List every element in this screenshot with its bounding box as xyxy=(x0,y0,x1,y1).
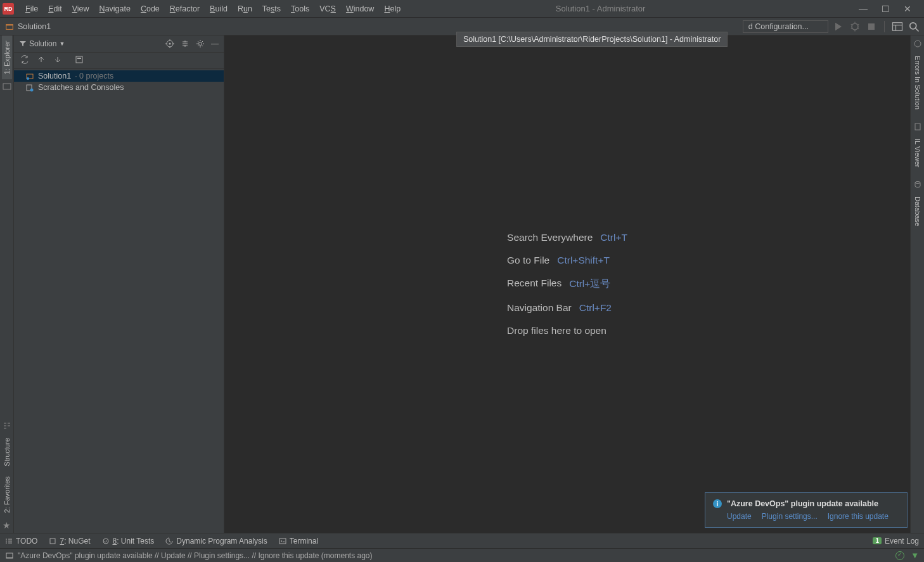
expand-icon[interactable] xyxy=(37,55,46,66)
svg-rect-16 xyxy=(915,124,920,130)
breadcrumb[interactable]: Solution1 xyxy=(0,22,51,31)
svg-point-4 xyxy=(910,22,916,29)
bottom-tab-eventlog[interactable]: 1 Event Log xyxy=(873,537,919,546)
nuget-icon xyxy=(49,537,56,545)
menu-tools[interactable]: Tools xyxy=(286,2,314,16)
right-tab-errors[interactable]: Errors In Solution xyxy=(913,51,923,115)
tree-node-scratches[interactable]: Scratches and Consoles xyxy=(14,82,224,93)
menu-refactor[interactable]: Refactor xyxy=(165,2,205,16)
hint-search-label: Search Everywhere xyxy=(507,232,593,243)
editor-area[interactable]: Search EverywhereCtrl+T Go to FileCtrl+S… xyxy=(224,35,910,533)
svg-point-14 xyxy=(30,89,34,92)
hide-panel-icon[interactable]: — xyxy=(211,39,219,48)
notification-settings-link[interactable]: Plugin settings... xyxy=(762,512,818,521)
menu-file[interactable]: File xyxy=(20,2,43,16)
eventlog-badge: 1 xyxy=(873,537,882,544)
solution-panel-title: Solution xyxy=(29,39,56,48)
bottom-tab-terminal[interactable]: Terminal xyxy=(279,537,318,546)
lock-icon[interactable]: ▼ xyxy=(911,551,919,560)
menu-code[interactable]: Code xyxy=(136,2,165,16)
window-title: Solution1 - Administrator xyxy=(342,4,859,13)
left-gutter: 1: Explorer Structure 2: Favorites ★ xyxy=(0,35,14,533)
bottom-tab-nuget[interactable]: 7: NuGet xyxy=(49,537,90,546)
path-tooltip: Solution1 [C:\Users\Administrator\RiderP… xyxy=(456,32,728,47)
project-icon[interactable] xyxy=(3,82,11,91)
statusbar-icon[interactable] xyxy=(5,551,14,560)
toolbar: Solution1 Solution1 [C:\Users\Administra… xyxy=(0,18,924,35)
hint-recent-label: Recent Files xyxy=(507,278,561,291)
svg-rect-18 xyxy=(50,539,55,544)
menu-view[interactable]: View xyxy=(67,2,94,16)
solution-panel-toolbar xyxy=(14,53,224,69)
todo-icon xyxy=(5,537,13,545)
breadcrumb-text: Solution1 xyxy=(18,22,51,31)
minimize-icon[interactable]: — xyxy=(859,4,868,14)
svg-point-12 xyxy=(27,77,29,80)
svg-point-1 xyxy=(852,23,858,30)
run-icon[interactable] xyxy=(832,20,845,33)
locate-icon[interactable] xyxy=(165,39,174,48)
hint-goto-key: Ctrl+Shift+T xyxy=(557,255,610,266)
left-tab-explorer[interactable]: 1: Explorer xyxy=(2,35,12,79)
star-icon[interactable]: ★ xyxy=(3,520,11,530)
funnel-icon xyxy=(19,40,27,48)
svg-point-15 xyxy=(914,41,921,47)
hint-goto-label: Go to File xyxy=(507,255,549,266)
bottom-tab-unittests[interactable]: 8: Unit Tests xyxy=(102,537,155,546)
solution-icon xyxy=(5,22,14,31)
info-icon: i xyxy=(713,499,722,508)
solution-view-selector[interactable]: Solution ▼ xyxy=(19,39,65,48)
solution-panel: Solution ▼ — Solution1 · 0 projects xyxy=(14,35,224,533)
svg-rect-2 xyxy=(868,23,875,30)
collapse-icon[interactable] xyxy=(181,39,189,48)
notification-title: "Azure DevOps" plugin update available xyxy=(727,499,878,508)
menu-build[interactable]: Build xyxy=(205,2,233,16)
gear-icon[interactable] xyxy=(196,39,205,48)
status-ok-icon[interactable] xyxy=(895,551,904,560)
maximize-icon[interactable]: ☐ xyxy=(882,4,890,14)
run-configuration-dropdown[interactable]: d Configuration... xyxy=(743,20,828,33)
layout-icon[interactable] xyxy=(891,20,904,33)
svg-rect-0 xyxy=(6,24,13,29)
right-tab-ilviewer[interactable]: IL Viewer xyxy=(913,134,923,172)
unittests-icon xyxy=(102,537,110,545)
structure-icon xyxy=(3,421,11,430)
notification-update-link[interactable]: Update xyxy=(727,512,752,521)
tree-node-solution[interactable]: Solution1 · 0 projects xyxy=(14,70,224,82)
hint-search-key: Ctrl+T xyxy=(600,232,627,243)
solution-node-icon xyxy=(25,72,34,80)
preview-icon[interactable] xyxy=(75,55,84,66)
debug-icon[interactable] xyxy=(849,20,861,33)
bottom-tab-dpa[interactable]: Dynamic Program Analysis xyxy=(165,537,267,546)
hint-nav-key: Ctrl+F2 xyxy=(579,302,612,314)
collapse-all-icon[interactable] xyxy=(53,55,62,66)
right-tab-database[interactable]: Database xyxy=(913,191,923,231)
close-icon[interactable]: ✕ xyxy=(904,4,911,14)
statusbar: "Azure DevOps" plugin update available /… xyxy=(0,548,924,562)
menu-edit[interactable]: Edit xyxy=(43,2,67,16)
notification-ignore-link[interactable]: Ignore this update xyxy=(828,512,889,521)
right-gutter: Errors In Solution IL Viewer Database xyxy=(910,35,924,533)
menu-run[interactable]: Run xyxy=(233,2,257,16)
stop-icon[interactable] xyxy=(865,20,878,33)
tree-node-label: Scratches and Consoles xyxy=(38,83,124,92)
hint-recent-key: Ctrl+逗号 xyxy=(569,278,610,291)
menu-vcs[interactable]: VCS xyxy=(314,2,341,16)
app-icon: RD xyxy=(3,3,14,15)
left-tab-favorites[interactable]: 2: Favorites xyxy=(2,471,12,518)
hint-drop-label: Drop files here to open xyxy=(507,325,606,336)
menu-tests[interactable]: Tests xyxy=(257,2,286,16)
menubar: RD File Edit View Navigate Code Refactor… xyxy=(0,0,924,18)
bottom-tab-todo[interactable]: TODO xyxy=(5,537,37,546)
hint-nav-label: Navigation Bar xyxy=(507,302,572,314)
main-area: 1: Explorer Structure 2: Favorites ★ Sol… xyxy=(0,35,924,533)
sync-icon[interactable] xyxy=(20,55,29,66)
notification-popup: i "Azure DevOps" plugin update available… xyxy=(705,492,908,528)
terminal-icon xyxy=(279,537,286,545)
svg-point-17 xyxy=(915,182,920,184)
dpa-icon xyxy=(165,537,173,545)
solution-panel-header: Solution ▼ — xyxy=(14,35,224,53)
left-tab-structure[interactable]: Structure xyxy=(2,433,12,471)
menu-navigate[interactable]: Navigate xyxy=(94,2,136,16)
search-icon[interactable] xyxy=(908,20,920,33)
